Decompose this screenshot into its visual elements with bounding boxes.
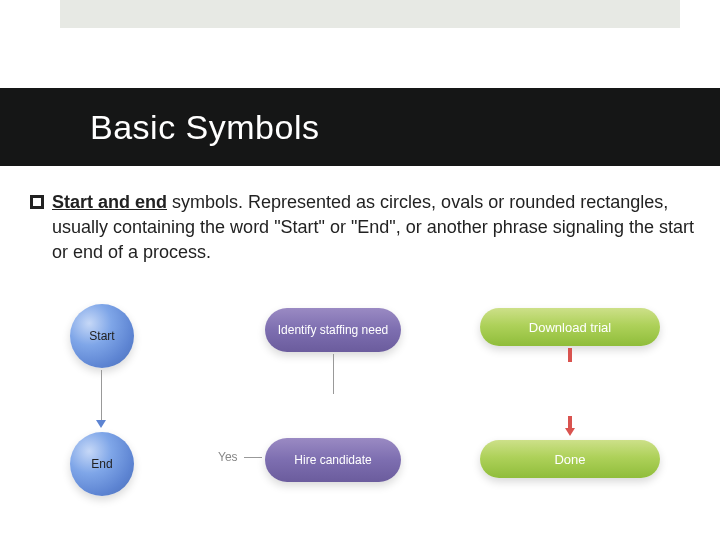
connector-line — [333, 354, 334, 394]
arrowhead-icon — [96, 420, 106, 428]
terminator-done-pill: Done — [480, 440, 660, 478]
terminator-identify-rect: Identify staffing need — [265, 308, 401, 352]
start-label: Start — [89, 329, 114, 343]
lead-term: Start and end — [52, 192, 167, 212]
yes-label: Yes — [218, 450, 238, 464]
bullet-row: Start and end symbols. Represented as ci… — [30, 190, 700, 266]
red-arrow-stub — [568, 416, 572, 428]
body-content: Start and end symbols. Represented as ci… — [30, 190, 700, 266]
hire-label: Hire candidate — [294, 453, 371, 467]
download-label: Download trial — [529, 320, 611, 335]
arrowhead-icon — [565, 428, 575, 436]
terminator-end-circle: End — [70, 432, 134, 496]
title-band: Basic Symbols — [0, 88, 720, 166]
terminator-start-circle: Start — [70, 304, 134, 368]
red-arrow-stub — [568, 348, 572, 362]
connector-line — [101, 370, 102, 420]
identify-label: Identify staffing need — [278, 323, 389, 337]
done-label: Done — [554, 452, 585, 467]
terminator-hire-rect: Hire candidate — [265, 438, 401, 482]
terminator-download-pill: Download trial — [480, 308, 660, 346]
body-paragraph: Start and end symbols. Represented as ci… — [52, 190, 700, 266]
diagram-area: Start End Identify staffing need Yes Hir… — [0, 290, 720, 510]
connector-line — [244, 457, 262, 458]
page-title: Basic Symbols — [90, 108, 319, 147]
end-label: End — [91, 457, 112, 471]
square-bullet-icon — [30, 195, 44, 209]
top-decor-strip — [60, 0, 680, 28]
